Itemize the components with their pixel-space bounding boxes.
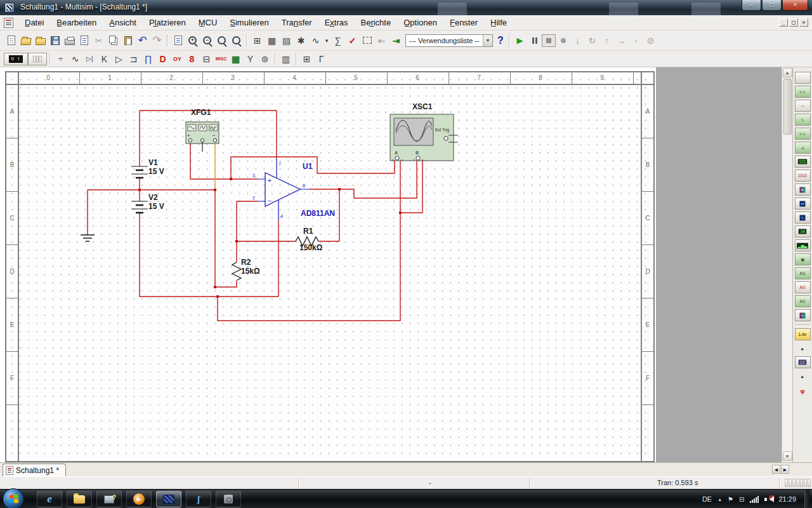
grapher-button[interactable]: ∿ (308, 34, 323, 48)
database-manager-button[interactable]: ▤ (279, 34, 294, 48)
scroll-down-button[interactable]: ▼ (783, 451, 792, 461)
mdi-restore-button[interactable]: □ (789, 18, 798, 27)
menu-bearbeiten[interactable]: B̲earbeiten (50, 16, 103, 29)
remove-hardware-icon[interactable]: ⊟ (739, 496, 744, 503)
menu-simulieren[interactable]: S̲imulieren (223, 16, 275, 29)
wire-to-scope-a[interactable] (231, 157, 395, 179)
agilent-multimeter-button[interactable]: AG (795, 281, 811, 293)
wire-inverting-input[interactable] (237, 201, 258, 241)
battery-v2[interactable] (131, 201, 148, 213)
agilent-oscilloscope-button[interactable]: AG (795, 295, 811, 307)
zoom-out-button[interactable]: − (200, 34, 214, 48)
wires[interactable] (88, 110, 422, 321)
new-button[interactable] (4, 34, 18, 48)
mdi-minimize-button[interactable]: _ (779, 18, 788, 27)
run-to-cursor-button[interactable]: → (614, 34, 629, 48)
redo-button[interactable]: ↷ (150, 34, 164, 48)
frequency-counter-button[interactable]: 123 (795, 156, 811, 168)
grapher-dropdown-caret[interactable]: ▾ (323, 34, 331, 48)
step-into-button[interactable]: ↓ (570, 34, 585, 48)
label-v1-value[interactable]: 15 V (148, 167, 164, 176)
component-wizard-button[interactable]: ✱ (294, 34, 308, 48)
probe-expand-arrow[interactable]: ▸ (795, 342, 811, 354)
menu-extras[interactable]: Ex̲tras (318, 16, 355, 29)
place-diode-button[interactable]: ▷| (82, 52, 97, 66)
label-xfg1[interactable]: XFG1 (191, 108, 211, 117)
label-r2[interactable]: R2 (241, 258, 251, 267)
place-ttl-button[interactable]: ⊐ (126, 52, 141, 66)
pause-simulation-button[interactable] (527, 34, 542, 48)
zoom-in-button[interactable]: + (185, 34, 200, 48)
place-mcu-button[interactable]: ▥ (278, 52, 293, 66)
place-misc-digital-button[interactable]: D (155, 52, 170, 66)
menu-hilfe[interactable]: H̲ilfe (484, 16, 513, 29)
step-over-button[interactable]: ↻ (585, 34, 599, 48)
wire-input[interactable] (190, 143, 258, 179)
place-rf-button[interactable]: Y (243, 52, 258, 66)
label-u1-part[interactable]: AD811AN (301, 209, 335, 218)
labview-instrument-button[interactable]: LV (795, 356, 811, 368)
save-button[interactable] (48, 34, 62, 48)
simulation-pause-switch[interactable] (28, 53, 47, 65)
network-analyzer-button[interactable]: ▦ (795, 253, 811, 265)
zoom-area-button[interactable] (214, 34, 229, 48)
resistor-r2[interactable] (232, 262, 241, 281)
place-bus-button[interactable]: Γ (314, 52, 329, 66)
taskbar-app-s[interactable]: ʃ (186, 491, 211, 507)
menu-ansicht[interactable]: A̲nsicht (103, 16, 143, 29)
vertical-scrollbar[interactable]: ▲ ▼ (782, 67, 792, 462)
place-power-component-button[interactable]: ⊟ (199, 52, 214, 66)
bode-plotter-button[interactable]: ⊿ (795, 142, 811, 154)
open-button[interactable] (18, 34, 33, 48)
place-indicator-button[interactable]: 8 (185, 52, 199, 66)
wire-vminus-rail[interactable] (140, 178, 278, 297)
label-v1[interactable]: V1 (148, 158, 158, 167)
electrical-rules-check-button[interactable]: ✓ (345, 34, 360, 48)
tab-scroll-right-button[interactable]: ▶ (781, 465, 789, 474)
word-generator-button[interactable]: 1010 (795, 170, 811, 182)
four-channel-oscilloscope-button[interactable]: ∿∿ (795, 128, 811, 140)
label-r2-value[interactable]: 15kΩ (241, 267, 260, 276)
print-preview-button[interactable] (77, 34, 91, 48)
logic-analyzer-button[interactable]: ≋ (795, 184, 811, 196)
distortion-analyzer-button[interactable]: .04 (795, 225, 811, 237)
tab-scroll-left-button[interactable]: ◀ (772, 465, 780, 474)
oscilloscope-button[interactable]: ∿ (795, 114, 811, 126)
hidden-icons-button[interactable]: ▲ (717, 497, 722, 502)
measurement-probe-button[interactable]: 1.4v (795, 328, 811, 340)
capture-area-button[interactable] (360, 34, 374, 48)
place-mixed-button[interactable]: OY (170, 52, 185, 66)
tektronix-oscilloscope-button[interactable]: ∿ (795, 309, 811, 321)
forward-annotate-button[interactable]: ⇥ (389, 34, 403, 48)
place-cmos-button[interactable]: ∏ (141, 52, 155, 66)
record-button[interactable] (556, 34, 570, 48)
show-desktop-button[interactable] (804, 490, 809, 508)
stop-simulation-button[interactable] (542, 34, 556, 47)
label-r1[interactable]: R1 (303, 227, 313, 236)
taskbar-device-app[interactable] (216, 491, 241, 507)
menu-datei[interactable]: D̲atei (18, 16, 50, 29)
step-out-button[interactable]: ↑ (599, 34, 614, 48)
print-button[interactable] (62, 34, 77, 48)
menu-platzieren[interactable]: Pl̲atzieren (143, 16, 192, 29)
spectrum-analyzer-button[interactable]: ▂▅▃ (795, 239, 811, 251)
iv-analyzer-button[interactable]: ∿ (795, 211, 811, 224)
open-sample-button[interactable] (33, 34, 48, 48)
current-clamp-button[interactable]: φ (795, 384, 811, 396)
action-center-flag-icon[interactable]: ⚑ (728, 496, 733, 503)
place-electromechanical-button[interactable]: ⊚ (258, 52, 272, 66)
place-misc-button[interactable]: MISC (214, 52, 228, 66)
zoom-fit-button[interactable] (229, 34, 244, 48)
menu-mcu[interactable]: M̲CU (192, 16, 224, 29)
label-xsc1[interactable]: XSC1 (412, 102, 432, 111)
label-r1-value[interactable]: 150kΩ (299, 243, 322, 252)
place-basic-button[interactable]: ∿ (68, 52, 82, 66)
place-source-button[interactable]: ÷ (53, 52, 68, 66)
place-transistor-button[interactable]: K (97, 52, 112, 66)
menu-berichte[interactable]: Ber̲ichte (355, 16, 398, 29)
label-v2-value[interactable]: 15 V (148, 202, 164, 211)
scrollbar-thumb[interactable] (783, 79, 792, 135)
full-screen-button[interactable] (171, 34, 185, 48)
paste-button[interactable] (121, 34, 135, 48)
toggle-breakpoint-button[interactable]: ◦ (629, 34, 643, 48)
